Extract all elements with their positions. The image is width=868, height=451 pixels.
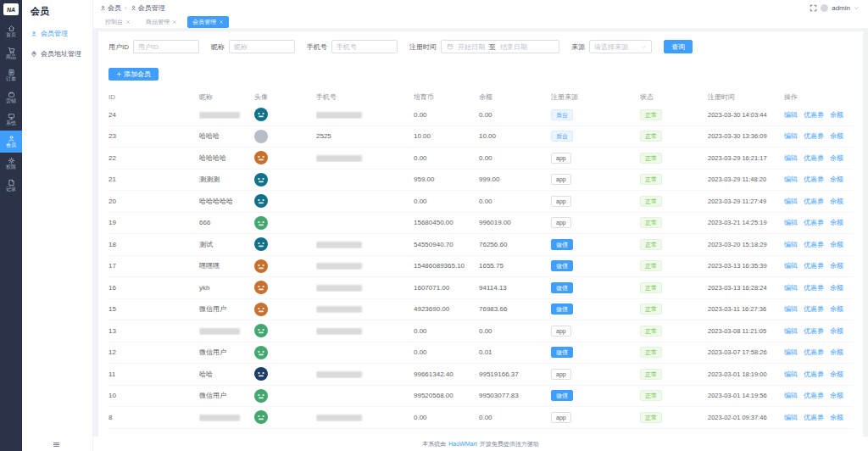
balance-link[interactable]: 余额 <box>830 391 843 400</box>
edit-link[interactable]: 编辑 <box>784 218 798 227</box>
balance-link[interactable]: 余额 <box>830 283 843 292</box>
coupon-link[interactable]: 优惠券 <box>804 283 824 292</box>
balance-link[interactable]: 余额 <box>830 131 843 141</box>
breadcrumb-item[interactable]: 会员 <box>100 3 121 13</box>
balance-link[interactable]: 余额 <box>830 175 843 184</box>
balance-link[interactable]: 余额 <box>830 370 843 379</box>
sidebar-item-系统[interactable]: 系统 <box>0 109 22 131</box>
tab-商品管理[interactable]: 商品管理 <box>141 16 182 28</box>
coupon-link[interactable]: 优惠券 <box>804 261 824 270</box>
coupon-link[interactable]: 优惠券 <box>804 304 824 314</box>
edit-link[interactable]: 编辑 <box>784 175 798 184</box>
cell-actions: 编辑优惠券余额 <box>784 153 853 163</box>
cell-phone <box>316 370 414 378</box>
source-tag: 微信 <box>551 303 573 315</box>
sidebar-item-订单[interactable]: 订单 <box>0 64 22 86</box>
cell-coin: 15486089365.10 <box>414 262 479 270</box>
source-select[interactable]: 请选择来源 <box>589 40 652 53</box>
sidebar-item-会员[interactable]: 会员 <box>0 131 22 153</box>
sidebar-item-首页[interactable]: 首页 <box>0 20 22 42</box>
balance-link[interactable]: 余额 <box>830 326 843 336</box>
balance-link[interactable]: 余额 <box>830 304 843 314</box>
user-avatar <box>254 389 316 403</box>
sidebar-item-权限[interactable]: 权限 <box>0 153 22 175</box>
cell-coin: 0.00 <box>414 198 479 205</box>
chevron-down-icon[interactable] <box>854 5 860 11</box>
cell-actions: 编辑优惠券余额 <box>784 348 853 357</box>
close-icon[interactable] <box>219 19 224 25</box>
reg-time-range-picker[interactable]: 开始日期 至 结束日期 <box>441 40 559 53</box>
coupon-link[interactable]: 优惠券 <box>804 240 824 249</box>
cell-coin: 959.00 <box>414 175 479 183</box>
sidebar-item-商品[interactable]: 商品 <box>0 42 22 64</box>
calendar-icon <box>447 43 453 50</box>
edit-link[interactable]: 编辑 <box>784 261 798 270</box>
coupon-link[interactable]: 优惠券 <box>804 413 824 422</box>
balance-link[interactable]: 余额 <box>830 153 843 163</box>
fullscreen-icon[interactable] <box>810 4 817 12</box>
menu-item-会员管理[interactable]: 会员管理 <box>31 29 89 38</box>
status-badge: 正常 <box>640 347 662 358</box>
balance-link[interactable]: 余额 <box>830 240 843 249</box>
balance-link[interactable]: 余额 <box>830 261 843 270</box>
cell-status: 正常 <box>640 174 708 185</box>
edit-link[interactable]: 编辑 <box>784 197 798 206</box>
balance-link[interactable]: 余额 <box>830 110 843 120</box>
coupon-link[interactable]: 优惠券 <box>804 370 824 379</box>
cell-id: 17 <box>108 262 199 270</box>
add-member-button[interactable]: 添加会员 <box>108 68 159 81</box>
nickname-input[interactable] <box>229 40 295 53</box>
footer-prefix: 本系统由 <box>422 440 446 448</box>
close-icon[interactable] <box>172 19 177 25</box>
cell-register-time: 2023-03-08 11:21:05 <box>708 327 784 335</box>
edit-link[interactable]: 编辑 <box>784 304 798 314</box>
source-tag: app <box>551 217 571 228</box>
sidebar-item-label: 商品 <box>6 54 16 60</box>
footer-brand-link[interactable]: HaoWMart <box>448 441 476 447</box>
coupon-link[interactable]: 优惠券 <box>804 131 824 141</box>
coupon-link[interactable]: 优惠券 <box>804 175 824 184</box>
phone-input[interactable] <box>331 40 398 53</box>
coupon-link[interactable]: 优惠券 <box>804 110 824 120</box>
tab-会员管理[interactable]: 会员管理 <box>187 16 229 28</box>
coupon-link[interactable]: 优惠券 <box>804 197 824 206</box>
edit-link[interactable]: 编辑 <box>784 370 798 379</box>
sidebar-item-记录[interactable]: 记录 <box>0 175 22 197</box>
edit-link[interactable]: 编辑 <box>784 240 798 249</box>
tab-控制台[interactable]: 控制台 <box>100 16 136 28</box>
coupon-link[interactable]: 优惠券 <box>804 391 824 400</box>
search-button[interactable]: 查询 <box>664 40 693 53</box>
edit-link[interactable]: 编辑 <box>784 348 798 357</box>
sidebar-item-营销[interactable]: 营销 <box>0 86 22 109</box>
source-tag: app <box>551 412 571 423</box>
table-row: 10微信用户99520568.0099503077.83微信正常2023-03-… <box>108 386 853 408</box>
edit-link[interactable]: 编辑 <box>784 413 798 422</box>
column-header: 头像 <box>254 92 316 102</box>
breadcrumb-item[interactable]: 会员管理 <box>131 3 165 13</box>
collapse-sidebar-button[interactable] <box>53 441 60 448</box>
cell-source: app <box>551 369 640 380</box>
balance-link[interactable]: 余额 <box>830 218 843 227</box>
user-name[interactable]: admin <box>832 4 850 12</box>
coupon-link[interactable]: 优惠券 <box>804 348 824 357</box>
edit-link[interactable]: 编辑 <box>784 391 798 400</box>
balance-link[interactable]: 余额 <box>830 197 843 206</box>
blurred-phone <box>316 306 362 313</box>
coupon-link[interactable]: 优惠券 <box>804 326 824 336</box>
cell-nickname: ykh <box>199 284 254 292</box>
balance-link[interactable]: 余额 <box>830 348 843 357</box>
user-id-input[interactable] <box>133 40 199 53</box>
coupon-link[interactable]: 优惠券 <box>804 218 824 227</box>
edit-link[interactable]: 编辑 <box>784 131 798 141</box>
edit-link[interactable]: 编辑 <box>784 283 798 292</box>
balance-link[interactable]: 余额 <box>830 413 843 422</box>
coupon-link[interactable]: 优惠券 <box>804 153 824 163</box>
menu-item-会员地址管理[interactable]: 会员地址管理 <box>31 49 89 58</box>
cell-phone <box>316 262 414 270</box>
edit-link[interactable]: 编辑 <box>784 153 798 163</box>
edit-link[interactable]: 编辑 <box>784 326 798 336</box>
cell-balance: 1655.75 <box>479 262 551 270</box>
cell-source: 后台 <box>551 109 640 120</box>
close-icon[interactable] <box>125 19 131 25</box>
edit-link[interactable]: 编辑 <box>784 110 798 120</box>
